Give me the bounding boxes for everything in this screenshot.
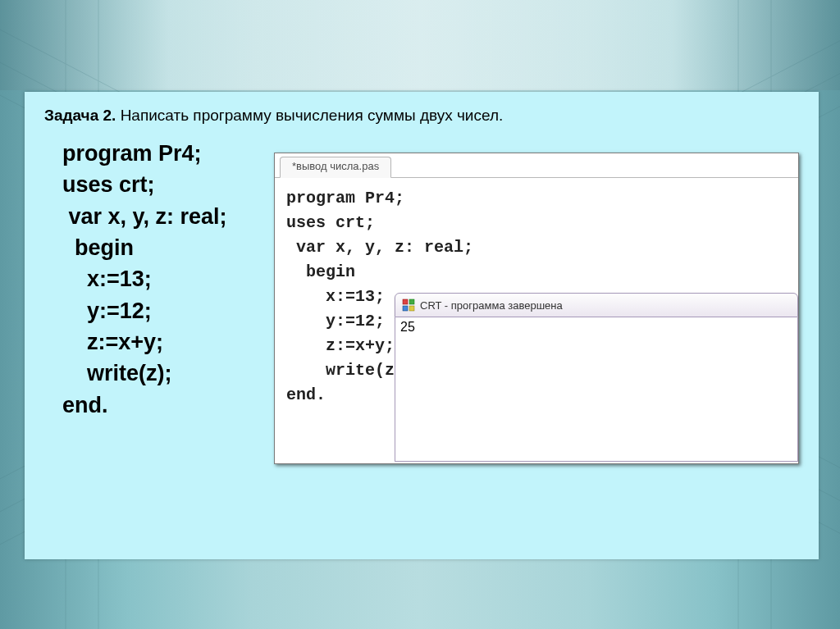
- task-label: Задача 2.: [44, 107, 116, 124]
- bg-top-strip: [0, 0, 840, 90]
- output-window-title-text: CRT - программа завершена: [420, 299, 563, 312]
- code-listing-left: program Pr4; uses crt; var x, y, z: real…: [44, 136, 274, 421]
- slide-content-box: Задача 2. Написать программу вычисления …: [25, 92, 819, 559]
- slide-background: Задача 2. Написать программу вычисления …: [0, 0, 840, 629]
- task-heading: Задача 2. Написать программу вычисления …: [44, 107, 799, 125]
- editor-tab-strip: *вывод числа.pas: [275, 153, 798, 178]
- task-text: Написать программу вычисления суммы двух…: [116, 107, 503, 124]
- output-window-titlebar[interactable]: CRT - программа завершена: [395, 293, 798, 317]
- output-window-body: 25: [395, 317, 798, 462]
- svg-rect-2: [403, 306, 408, 311]
- svg-rect-3: [409, 306, 414, 311]
- svg-rect-1: [409, 299, 414, 304]
- editor-tab[interactable]: *вывод числа.pas: [280, 157, 391, 178]
- ide-screenshot: *вывод числа.pas program Pr4; uses crt; …: [274, 153, 799, 464]
- svg-rect-0: [403, 299, 408, 304]
- crt-app-icon: [402, 299, 415, 312]
- output-window: CRT - программа завершена 25: [395, 293, 798, 463]
